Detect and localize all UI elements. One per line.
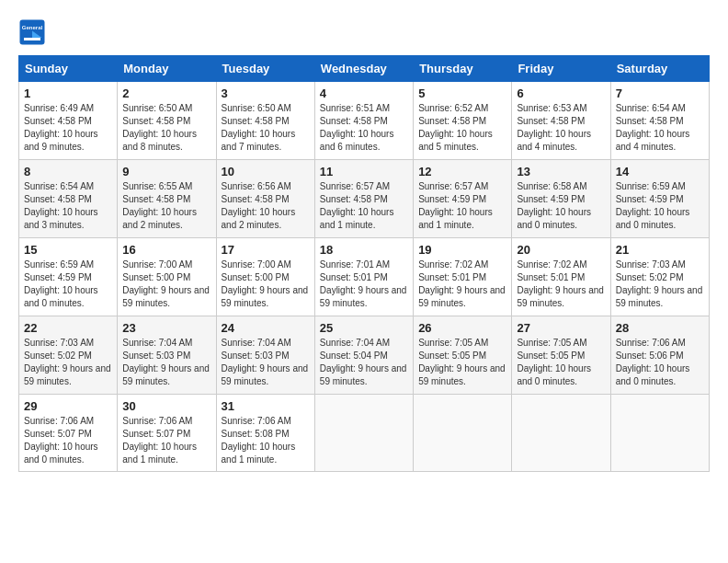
calendar-header-saturday: Saturday	[610, 56, 709, 82]
sunrise-label: Sunrise: 7:05 AM	[517, 338, 586, 348]
sunrise-label: Sunrise: 7:00 AM	[122, 259, 192, 270]
cell-info: Sunrise: 7:06 AM Sunset: 5:07 PM Dayligh…	[24, 415, 112, 466]
sunrise-label: Sunrise: 6:51 AM	[320, 103, 390, 113]
day-number: 6	[517, 86, 605, 100]
calendar-cell: 3 Sunrise: 6:50 AM Sunset: 4:58 PM Dayli…	[216, 82, 314, 160]
cell-info: Sunrise: 7:05 AM Sunset: 5:05 PM Dayligh…	[517, 337, 605, 388]
daylight-label: Daylight: 10 hours and 5 minutes.	[418, 129, 493, 152]
calendar-cell: 12 Sunrise: 6:57 AM Sunset: 4:59 PM Dayl…	[414, 160, 512, 238]
cell-info: Sunrise: 7:03 AM Sunset: 5:02 PM Dayligh…	[24, 337, 112, 388]
daylight-label: Daylight: 10 hours and 3 minutes.	[24, 207, 98, 230]
cell-info: Sunrise: 7:05 AM Sunset: 5:05 PM Dayligh…	[418, 337, 506, 388]
sunset-label: Sunset: 4:58 PM	[616, 116, 684, 126]
calendar-cell	[512, 395, 610, 472]
sunset-label: Sunset: 5:07 PM	[24, 429, 92, 439]
day-number: 19	[418, 243, 506, 257]
sunset-label: Sunset: 4:58 PM	[222, 116, 290, 126]
daylight-label: Daylight: 9 hours and 59 minutes.	[24, 363, 111, 386]
day-number: 22	[24, 321, 112, 335]
calendar-header-row: SundayMondayTuesdayWednesdayThursdayFrid…	[19, 56, 710, 82]
calendar-cell	[610, 395, 709, 472]
calendar-cell: 7 Sunrise: 6:54 AM Sunset: 4:58 PM Dayli…	[610, 82, 709, 160]
daylight-label: Daylight: 9 hours and 59 minutes.	[222, 285, 309, 308]
sunset-label: Sunset: 4:58 PM	[320, 194, 388, 204]
day-number: 8	[24, 165, 112, 178]
calendar-cell: 29 Sunrise: 7:06 AM Sunset: 5:07 PM Dayl…	[19, 395, 118, 472]
sunrise-label: Sunrise: 7:03 AM	[24, 338, 94, 348]
calendar-header-friday: Friday	[512, 56, 610, 82]
calendar-cell: 16 Sunrise: 7:00 AM Sunset: 5:00 PM Dayl…	[118, 238, 216, 316]
daylight-label: Daylight: 10 hours and 7 minutes.	[222, 129, 296, 152]
calendar-cell: 18 Sunrise: 7:01 AM Sunset: 5:01 PM Dayl…	[314, 238, 413, 316]
sunset-label: Sunset: 4:58 PM	[517, 116, 585, 126]
calendar-cell: 31 Sunrise: 7:06 AM Sunset: 5:08 PM Dayl…	[216, 395, 314, 472]
cell-info: Sunrise: 7:06 AM Sunset: 5:06 PM Dayligh…	[616, 337, 704, 388]
sunrise-label: Sunrise: 6:58 AM	[517, 181, 586, 191]
daylight-label: Daylight: 10 hours and 0 minutes.	[616, 363, 690, 386]
calendar-cell: 9 Sunrise: 6:55 AM Sunset: 4:58 PM Dayli…	[118, 160, 216, 238]
calendar-header-monday: Monday	[118, 56, 216, 82]
sunrise-label: Sunrise: 7:05 AM	[418, 338, 488, 348]
sunrise-label: Sunrise: 6:49 AM	[24, 103, 94, 113]
daylight-label: Daylight: 9 hours and 59 minutes.	[418, 363, 506, 386]
sunrise-label: Sunrise: 6:55 AM	[122, 181, 192, 191]
day-number: 13	[517, 165, 605, 178]
day-number: 27	[517, 321, 605, 335]
sunset-label: Sunset: 4:58 PM	[24, 116, 92, 126]
cell-info: Sunrise: 6:54 AM Sunset: 4:58 PM Dayligh…	[24, 180, 112, 232]
sunset-label: Sunset: 5:02 PM	[616, 272, 684, 282]
calendar-cell: 1 Sunrise: 6:49 AM Sunset: 4:58 PM Dayli…	[19, 82, 118, 160]
cell-info: Sunrise: 7:00 AM Sunset: 5:00 PM Dayligh…	[222, 259, 310, 310]
day-number: 9	[122, 165, 210, 178]
calendar-cell: 14 Sunrise: 6:59 AM Sunset: 4:59 PM Dayl…	[610, 160, 709, 238]
calendar-cell: 4 Sunrise: 6:51 AM Sunset: 4:58 PM Dayli…	[314, 82, 413, 160]
sunset-label: Sunset: 5:01 PM	[418, 272, 486, 282]
sunset-label: Sunset: 4:59 PM	[418, 194, 486, 204]
day-number: 2	[122, 86, 210, 100]
calendar-cell: 5 Sunrise: 6:52 AM Sunset: 4:58 PM Dayli…	[414, 82, 512, 160]
sunrise-label: Sunrise: 7:06 AM	[122, 416, 192, 426]
daylight-label: Daylight: 10 hours and 9 minutes.	[24, 129, 98, 152]
svg-text:General: General	[22, 25, 43, 30]
day-number: 15	[24, 243, 112, 257]
calendar-cell: 10 Sunrise: 6:56 AM Sunset: 4:58 PM Dayl…	[216, 160, 314, 238]
sunrise-label: Sunrise: 6:56 AM	[222, 181, 291, 191]
calendar-body: 1 Sunrise: 6:49 AM Sunset: 4:58 PM Dayli…	[19, 82, 710, 472]
calendar-cell: 17 Sunrise: 7:00 AM Sunset: 5:00 PM Dayl…	[216, 238, 314, 316]
calendar-header-sunday: Sunday	[19, 56, 118, 82]
cell-info: Sunrise: 6:57 AM Sunset: 4:59 PM Dayligh…	[418, 180, 506, 232]
sunset-label: Sunset: 5:03 PM	[122, 350, 190, 361]
daylight-label: Daylight: 9 hours and 59 minutes.	[122, 363, 210, 386]
cell-info: Sunrise: 7:04 AM Sunset: 5:03 PM Dayligh…	[222, 337, 310, 388]
sunrise-label: Sunrise: 7:06 AM	[616, 338, 686, 348]
day-number: 23	[122, 321, 210, 335]
cell-info: Sunrise: 6:51 AM Sunset: 4:58 PM Dayligh…	[320, 102, 408, 154]
cell-info: Sunrise: 6:56 AM Sunset: 4:58 PM Dayligh…	[222, 180, 310, 232]
calendar-cell	[414, 395, 512, 472]
sunrise-label: Sunrise: 7:06 AM	[222, 416, 291, 426]
sunrise-label: Sunrise: 7:01 AM	[320, 259, 390, 270]
cell-info: Sunrise: 6:58 AM Sunset: 4:59 PM Dayligh…	[517, 180, 605, 232]
sunrise-label: Sunrise: 6:57 AM	[418, 181, 488, 191]
daylight-label: Daylight: 9 hours and 59 minutes.	[418, 285, 506, 308]
sunrise-label: Sunrise: 7:04 AM	[320, 338, 390, 348]
cell-info: Sunrise: 7:06 AM Sunset: 5:08 PM Dayligh…	[222, 415, 310, 466]
header: General	[18, 18, 710, 46]
calendar-cell: 30 Sunrise: 7:06 AM Sunset: 5:07 PM Dayl…	[118, 395, 216, 472]
day-number: 3	[222, 86, 310, 100]
calendar-header-wednesday: Wednesday	[314, 56, 413, 82]
cell-info: Sunrise: 6:57 AM Sunset: 4:58 PM Dayligh…	[320, 180, 408, 232]
calendar-cell: 19 Sunrise: 7:02 AM Sunset: 5:01 PM Dayl…	[414, 238, 512, 316]
day-number: 26	[418, 321, 506, 335]
sunrise-label: Sunrise: 6:54 AM	[24, 181, 94, 191]
daylight-label: Daylight: 10 hours and 2 minutes.	[122, 207, 197, 230]
calendar-cell: 28 Sunrise: 7:06 AM Sunset: 5:06 PM Dayl…	[610, 316, 709, 395]
daylight-label: Daylight: 9 hours and 59 minutes.	[222, 363, 309, 386]
cell-info: Sunrise: 7:03 AM Sunset: 5:02 PM Dayligh…	[616, 259, 704, 310]
cell-info: Sunrise: 6:50 AM Sunset: 4:58 PM Dayligh…	[122, 102, 210, 154]
daylight-label: Daylight: 10 hours and 0 minutes.	[616, 207, 690, 230]
sunset-label: Sunset: 4:59 PM	[24, 272, 92, 282]
cell-info: Sunrise: 6:52 AM Sunset: 4:58 PM Dayligh…	[418, 102, 506, 154]
daylight-label: Daylight: 9 hours and 59 minutes.	[122, 285, 210, 308]
day-number: 14	[616, 165, 704, 178]
